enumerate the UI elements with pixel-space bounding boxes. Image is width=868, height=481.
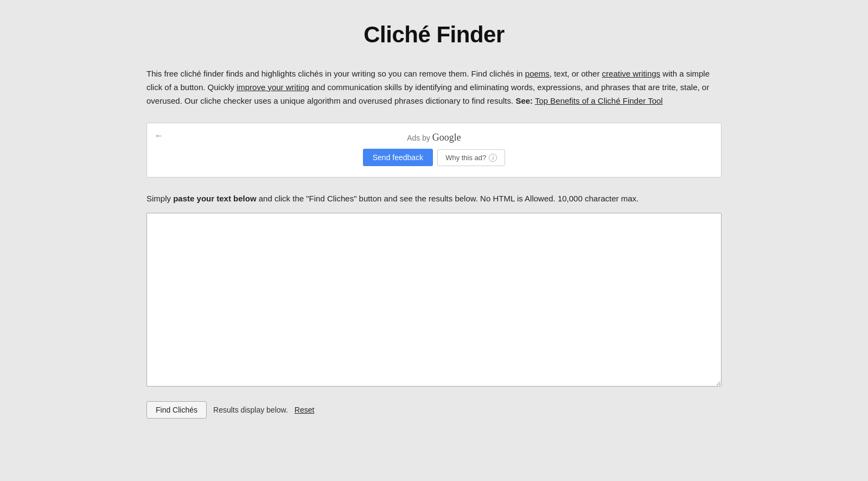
find-cliches-button[interactable]: Find Clichés	[146, 401, 207, 419]
ad-back-arrow[interactable]: ←	[155, 131, 163, 141]
ads-by-label: Ads by	[407, 134, 430, 142]
action-row: Find Clichés Results display below. Rese…	[146, 401, 722, 419]
top-benefits-link[interactable]: Top Benefits of a Cliché Finder Tool	[535, 96, 663, 105]
info-icon: i	[489, 154, 497, 162]
text-input[interactable]	[146, 213, 722, 387]
instruction-before: Simply	[146, 194, 173, 203]
ad-box: ← Ads by Google Send feedback Why this a…	[146, 123, 722, 178]
page-title: Cliché Finder	[146, 22, 722, 48]
ad-buttons-row: Send feedback Why this ad? i	[158, 149, 710, 166]
instruction-after: and click the "Find Cliches" button and …	[257, 194, 639, 203]
main-tool-section: Simply paste your text below and click t…	[146, 193, 722, 388]
results-display-text: Results display below.	[213, 406, 288, 414]
description-text: This free cliché finder finds and highli…	[146, 67, 722, 107]
instruction-bold: paste your text below	[173, 194, 256, 203]
improve-writing-link[interactable]: improve your writing	[237, 83, 309, 92]
why-this-ad-label: Why this ad?	[445, 154, 486, 162]
google-label: Google	[432, 132, 461, 143]
send-feedback-button[interactable]: Send feedback	[363, 149, 433, 166]
ad-header: Ads by Google	[158, 132, 710, 143]
see-label: See:	[515, 96, 533, 105]
creative-writings-link[interactable]: creative writings	[602, 69, 661, 78]
reset-button[interactable]: Reset	[295, 406, 315, 414]
poems-link[interactable]: poems	[525, 69, 550, 78]
why-this-ad-button[interactable]: Why this ad? i	[437, 149, 505, 166]
instruction-text: Simply paste your text below and click t…	[146, 193, 722, 205]
